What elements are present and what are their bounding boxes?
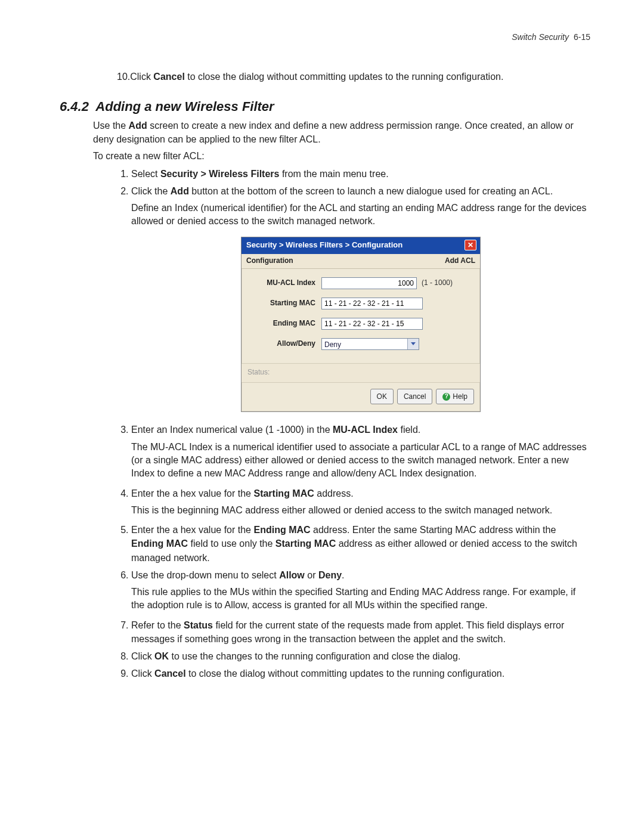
allow-deny-value: Deny xyxy=(322,339,407,349)
index-range: (1 - 1000) xyxy=(422,278,453,288)
section-title: Adding a new Wireless Filter xyxy=(95,99,274,114)
starting-mac-term-2: Starting MAC xyxy=(275,538,336,549)
ending-mac-input[interactable] xyxy=(321,318,423,330)
chevron-down-icon xyxy=(411,342,416,345)
label-allow-deny: Allow/Deny xyxy=(251,339,315,349)
step-2-detail: Define an Index (numerical identifier) f… xyxy=(131,202,590,228)
label-index: MU-ACL Index xyxy=(251,278,315,288)
ending-mac-term-2: Ending MAC xyxy=(131,538,188,549)
intro-para-1: Use the Add screen to create a new index… xyxy=(93,119,584,146)
sub-left: Configuration xyxy=(246,256,293,266)
allow-term: Allow xyxy=(279,570,305,580)
deny-term: Deny xyxy=(318,570,342,580)
step-6-detail: This rule applies to the MUs within the … xyxy=(131,586,590,612)
status-label: Status: xyxy=(247,368,270,376)
ending-mac-term-1: Ending MAC xyxy=(253,525,310,535)
cancel-term: Cancel xyxy=(153,72,184,82)
intro-para-2: To create a new filter ACL: xyxy=(93,150,584,163)
mu-acl-index-term: MU-ACL Index xyxy=(333,425,398,435)
starting-mac-term: Starting MAC xyxy=(253,488,314,498)
page-header: Switch Security6-15 xyxy=(60,32,590,42)
step-2: Click the Add button at the bottom of th… xyxy=(131,184,590,413)
dialog-titlebar: Security > Wireless Filters > Configurat… xyxy=(242,237,480,254)
step-6: Use the drop-down menu to select Allow o… xyxy=(131,568,590,612)
ok-term: OK xyxy=(154,651,169,661)
status-row: Status: xyxy=(242,363,480,383)
section-heading: 6.4.2 Adding a new Wireless Filter xyxy=(60,99,590,114)
step-number: 10. xyxy=(117,72,130,82)
cancel-button[interactable]: Cancel xyxy=(397,389,432,404)
step-7: Refer to the Status field for the curren… xyxy=(131,618,590,646)
close-icon: ✕ xyxy=(467,241,473,249)
add-term: Add xyxy=(129,120,147,131)
step-8: Click OK to use the changes to the runni… xyxy=(131,649,590,663)
step-9: Click Cancel to close the dialog without… xyxy=(131,667,590,680)
chapter-title: Switch Security xyxy=(512,32,569,42)
step-4: Enter the a hex value for the Starting M… xyxy=(131,487,590,518)
dropdown-arrow xyxy=(407,339,419,349)
step-5: Enter the a hex value for the Ending MAC… xyxy=(131,523,590,565)
step-3: Enter an Index numerical value (1 -1000)… xyxy=(131,423,590,480)
status-term: Status xyxy=(184,620,213,630)
dialog-title: Security > Wireless Filters > Configurat… xyxy=(246,240,402,251)
step-4-detail: This is the beginning MAC address either… xyxy=(131,504,590,517)
section-number: 6.4.2 xyxy=(60,99,89,114)
step-3-detail: The MU-ACL Index is a numerical identifi… xyxy=(131,441,590,481)
add-acl-dialog: Security > Wireless Filters > Configurat… xyxy=(241,237,481,413)
pre-step-10: 10.Click Cancel to close the dialog with… xyxy=(117,70,584,83)
allow-deny-select[interactable]: Deny xyxy=(321,338,419,350)
help-button[interactable]: ? Help xyxy=(436,389,474,404)
menu-path: Security > Wireless Filters xyxy=(160,169,280,179)
sub-right: Add ACL xyxy=(445,256,475,266)
help-icon: ? xyxy=(442,393,450,401)
starting-mac-input[interactable] xyxy=(321,298,423,309)
page-number: 6-15 xyxy=(574,32,590,42)
dialog-subheader: Configuration Add ACL xyxy=(242,254,480,269)
ok-button[interactable]: OK xyxy=(370,389,394,404)
step-1: Select Security > Wireless Filters from … xyxy=(131,167,590,181)
mu-acl-index-input[interactable] xyxy=(321,277,417,289)
close-button[interactable]: ✕ xyxy=(465,240,476,250)
cancel-term-2: Cancel xyxy=(154,668,185,679)
label-starting-mac: Starting MAC xyxy=(251,298,315,308)
label-ending-mac: Ending MAC xyxy=(251,318,315,329)
add-button-term: Add xyxy=(171,186,189,196)
